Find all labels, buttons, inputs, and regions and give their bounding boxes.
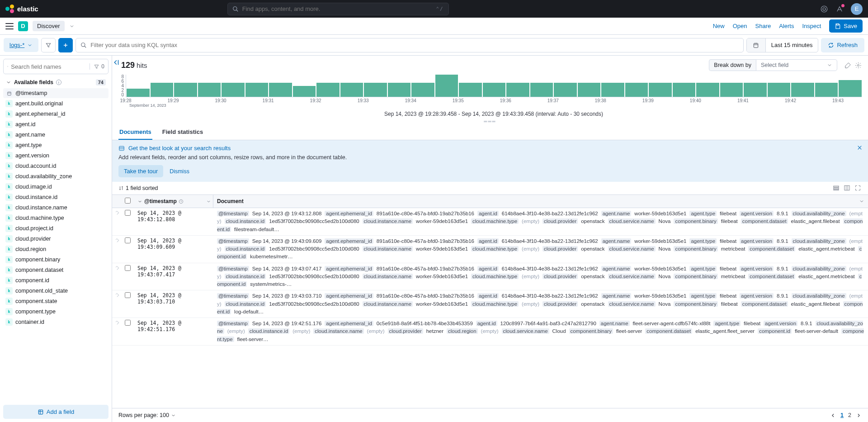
info-icon[interactable]: i — [56, 80, 61, 85]
row-document[interactable]: @timestamp Sep 14, 2023 @ 19:43:07.417 a… — [213, 263, 868, 290]
time-range-label[interactable]: Last 15 minutes — [766, 38, 818, 52]
nav-toggle-icon[interactable] — [5, 23, 14, 29]
global-search-input[interactable] — [242, 5, 433, 12]
histogram-bar[interactable] — [151, 83, 174, 97]
field-item[interactable]: kcloud.instance.id — [3, 192, 108, 202]
field-item[interactable]: kcontainer.id — [3, 317, 108, 327]
alerts-link[interactable]: Alerts — [779, 23, 794, 29]
global-search[interactable]: ⌃/ — [227, 3, 449, 15]
chart-settings-icon[interactable] — [855, 62, 862, 69]
field-item[interactable]: kcomponent.dataset — [3, 265, 108, 275]
histogram-bar[interactable] — [269, 83, 292, 97]
rows-per-page[interactable]: Rows per page: 100 — [118, 412, 176, 418]
row-checkbox[interactable] — [125, 236, 136, 263]
histogram-bar[interactable] — [293, 86, 316, 97]
chevron-down-icon[interactable] — [859, 199, 864, 204]
histogram-bar[interactable] — [673, 83, 696, 97]
tab-field-statistics[interactable]: Field statistics — [161, 125, 204, 140]
histogram-bar[interactable] — [815, 83, 838, 97]
histogram-bar[interactable] — [601, 83, 624, 97]
field-item[interactable]: kcomponent.old_state — [3, 286, 108, 296]
index-pattern-switcher[interactable]: logs-* — [4, 38, 38, 52]
histogram-bar[interactable] — [625, 83, 648, 97]
field-item[interactable]: kagent.id — [3, 119, 108, 129]
histogram-bar[interactable] — [364, 83, 387, 97]
histogram-bar[interactable] — [388, 83, 411, 97]
prev-page-icon[interactable] — [830, 413, 836, 418]
field-item[interactable]: kcloud.machine.type — [3, 213, 108, 223]
expand-row[interactable] — [112, 208, 125, 235]
histogram-bar[interactable] — [744, 83, 767, 97]
save-button[interactable]: Save — [829, 19, 863, 33]
histogram-bar[interactable] — [696, 83, 719, 97]
page-number[interactable]: 2 — [848, 412, 851, 418]
query-bar[interactable] — [75, 38, 743, 52]
field-filter-toggle[interactable]: 0 — [90, 63, 104, 70]
column-document[interactable]: Document — [213, 195, 868, 208]
next-page-icon[interactable] — [856, 413, 862, 418]
histogram-bar[interactable] — [316, 83, 340, 97]
field-item[interactable]: kagent.name — [3, 130, 108, 140]
open-link[interactable]: Open — [733, 23, 747, 29]
field-item[interactable]: kagent.version — [3, 151, 108, 161]
share-link[interactable]: Share — [755, 23, 771, 29]
chevron-down-icon[interactable] — [206, 199, 211, 204]
field-item[interactable]: kcomponent.id — [3, 275, 108, 285]
available-fields-header[interactable]: Available fields i 74 — [3, 77, 108, 87]
column-timestamp[interactable]: @timestamp — [136, 195, 213, 208]
field-search[interactable]: 0 — [3, 59, 108, 74]
histogram-bar[interactable] — [411, 83, 434, 97]
histogram-bar[interactable] — [127, 89, 150, 97]
time-picker[interactable]: Last 15 minutes — [746, 38, 819, 52]
select-all-checkbox[interactable] — [125, 195, 136, 208]
field-item[interactable]: kagent.ephemeral_id — [3, 109, 108, 119]
field-item[interactable]: kcomponent.state — [3, 296, 108, 306]
field-item[interactable]: @timestamp — [3, 88, 108, 98]
histogram-bar[interactable] — [245, 83, 269, 97]
histogram-bar[interactable] — [174, 83, 197, 97]
field-item[interactable]: kcloud.project.id — [3, 223, 108, 233]
callout-close-icon[interactable] — [857, 145, 863, 152]
user-avatar[interactable]: E — [851, 3, 863, 15]
collapse-sidebar-icon[interactable] — [112, 58, 120, 66]
histogram-bar[interactable] — [222, 83, 245, 97]
field-item[interactable]: kcloud.account.id — [3, 161, 108, 171]
histogram-bar[interactable] — [578, 83, 601, 97]
filter-button[interactable] — [41, 38, 56, 52]
expand-row[interactable] — [112, 290, 125, 318]
page-number[interactable]: 1 — [840, 412, 844, 418]
field-item[interactable]: kcloud.region — [3, 244, 108, 254]
tab-documents[interactable]: Documents — [118, 125, 152, 140]
field-item[interactable]: kcloud.availability_zone — [3, 171, 108, 181]
histogram-chart[interactable]: 86420 September 14, 2023 19:2819:2919:30… — [112, 73, 868, 118]
histogram-bar[interactable] — [198, 83, 221, 97]
calendar-icon[interactable] — [747, 38, 766, 52]
row-document[interactable]: @timestamp Sep 14, 2023 @ 19:42:51.176 a… — [213, 318, 868, 345]
resize-handle[interactable]: ═══ — [112, 118, 868, 125]
histogram-bar[interactable] — [768, 83, 791, 97]
row-checkbox[interactable] — [125, 263, 136, 290]
row-document[interactable]: @timestamp Sep 14, 2023 @ 19:43:09.609 a… — [213, 236, 868, 263]
row-checkbox[interactable] — [125, 290, 136, 318]
elastic-logo[interactable]: elastic — [5, 5, 38, 14]
breakdown-select[interactable]: Select field — [756, 59, 837, 71]
density-icon[interactable] — [833, 185, 840, 192]
newsfeed-icon[interactable] — [835, 5, 844, 13]
edit-visualisation-icon[interactable] — [844, 62, 851, 69]
histogram-bar[interactable] — [791, 83, 814, 97]
row-document[interactable]: @timestamp Sep 14, 2023 @ 19:43:03.710 a… — [213, 290, 868, 318]
row-document[interactable]: @timestamp Sep 14, 2023 @ 19:43:12.808 a… — [213, 208, 868, 235]
field-item[interactable]: kcloud.image.id — [3, 182, 108, 192]
field-item[interactable]: kcloud.instance.name — [3, 203, 108, 213]
expand-row[interactable] — [112, 236, 125, 263]
row-checkbox[interactable] — [125, 318, 136, 345]
histogram-bar[interactable] — [839, 80, 862, 97]
field-item[interactable]: kcomponent.binary — [3, 255, 108, 265]
inspect-link[interactable]: Inspect — [802, 23, 821, 29]
chevron-down-icon[interactable] — [69, 24, 75, 29]
histogram-bar[interactable] — [459, 83, 482, 97]
app-name[interactable]: Discover — [33, 21, 65, 31]
histogram-bar[interactable] — [720, 83, 743, 97]
new-link[interactable]: New — [713, 23, 725, 29]
histogram-bar[interactable] — [435, 75, 458, 97]
